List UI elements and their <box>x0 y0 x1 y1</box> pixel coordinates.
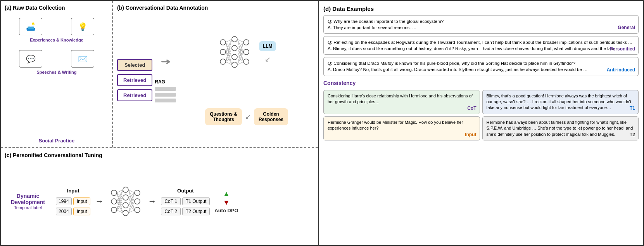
svg-line-54 <box>117 205 123 210</box>
center-nn <box>108 186 143 217</box>
svg-point-5 <box>232 54 237 60</box>
doc-stack: Selected Retrieved Retrieved <box>117 59 152 101</box>
retrieved-doc-1: Retrieved <box>117 74 152 86</box>
example-personified: Q: Reflecting on the escapades at Hogwar… <box>323 36 639 55</box>
sofa-icon: 🛋️ <box>19 18 42 35</box>
bottom-bubbles-row: Questions & Thoughts ↙ Golden Responses <box>205 108 288 125</box>
dynamic-dev-label: Dynamic Development <box>7 193 49 205</box>
year-2004-row: 2004 Input <box>56 208 90 215</box>
icons-row-bottom: 💬 ✉️ <box>5 50 109 68</box>
svg-point-9 <box>243 59 249 64</box>
svg-line-22 <box>237 39 243 42</box>
svg-point-35 <box>111 199 117 204</box>
output-label-top: Output <box>161 188 210 194</box>
rag-label: RAG <box>155 79 176 85</box>
section-c-content: Dynamic Development Temporal label Input… <box>5 161 314 241</box>
t1-text: Blimey, that's a good question! Hermione… <box>487 94 632 110</box>
svg-point-4 <box>232 45 237 51</box>
doc-arrow-group: Selected Retrieved Retrieved ➜ RAG <box>117 16 176 144</box>
cot1-box: CoT 1 <box>161 197 180 205</box>
nn-bubbles: LLM ↙ Questions & Thoughts ↙ Golden <box>179 16 314 144</box>
arrow-to-output: → <box>148 196 156 206</box>
neural-net-svg <box>217 35 256 69</box>
svg-point-0 <box>220 40 226 45</box>
nn-svg-container <box>217 35 256 71</box>
arrow-to-nn: → <box>95 196 104 206</box>
mail-icon: ✉️ <box>71 50 94 68</box>
input-text: Hermione Granger would be Minister for M… <box>328 120 463 130</box>
curved-arrow: ↙ <box>259 55 276 64</box>
svg-point-7 <box>243 40 249 45</box>
svg-line-59 <box>128 193 135 197</box>
t2-output-box: T2 Output <box>182 208 210 215</box>
year-1994-row: 1994 Input <box>56 197 90 205</box>
llm-bubble: LLM <box>259 41 276 51</box>
retrieved-doc-2: Retrieved <box>117 89 152 101</box>
example1-q: Q: Why are the oceans important to the g… <box>328 19 444 24</box>
input-box-1: Input <box>73 197 91 205</box>
arrows-group: ➜ RAG <box>155 57 176 103</box>
dpo-up-arrow: ▲ <box>223 190 230 198</box>
icon-group-speech: 💬 <box>19 50 42 68</box>
arrow-right-1: ➜ <box>160 57 171 67</box>
svg-line-21 <box>226 62 232 65</box>
section-a: (a) Raw Data Collection 🛋️ 💡 Experiences… <box>1 1 113 147</box>
rag-line-3 <box>155 99 176 102</box>
box-t1: Blimey, that's a good question! Hermione… <box>482 90 639 114</box>
right-panel: (d) Data Examples Q: Why are the oceans … <box>319 1 643 245</box>
section-c: (c) Personified Conversational Tuning Dy… <box>1 148 318 245</box>
cot2-row: CoT 2 T2 Output <box>161 208 210 215</box>
icon-group-bulb: 💡 <box>71 18 94 35</box>
svg-line-64 <box>128 205 135 210</box>
t2-text: Hermione has always been about fairness … <box>487 120 633 137</box>
example-anti-induced: Q: Considering that Draco Malfoy is know… <box>323 57 639 76</box>
svg-point-2 <box>220 59 226 64</box>
section-b-title: (b) Conversational Data Annotation <box>117 5 314 11</box>
icons-row-top: 🛋️ 💡 <box>5 18 109 35</box>
svg-point-39 <box>123 203 128 208</box>
svg-point-41 <box>135 190 140 196</box>
example3-q: Q: Considering that Draco Malfoy is know… <box>328 61 575 66</box>
svg-line-33 <box>237 62 243 65</box>
section-d-title: (d) Data Examples <box>323 5 639 12</box>
qt-text: Questions & Thoughts <box>210 111 237 122</box>
cot-box-label: CoT <box>467 105 476 112</box>
svg-point-6 <box>232 62 237 68</box>
rag-line-1 <box>155 87 176 91</box>
svg-line-10 <box>226 39 232 42</box>
section-b: (b) Conversational Data Annotation Selec… <box>113 1 318 147</box>
output-group: Output CoT 1 T1 Output CoT 2 T2 Output <box>161 188 210 215</box>
anti-induced-label: Anti-induced <box>607 67 635 73</box>
example3-a: A: Draco Malfoy? No, that's got it all w… <box>328 67 588 72</box>
examples-grid: Q: Why are the oceans important to the g… <box>323 15 639 241</box>
social-practice-label: Social Practice <box>5 135 109 144</box>
c-neural-net-svg <box>108 186 143 217</box>
gr-bubble: Golden Responses <box>254 108 288 125</box>
box-input: Hermione Granger would be Minister for M… <box>323 116 480 140</box>
icon-group-mail: ✉️ <box>71 50 94 68</box>
consistency-title: Consistency <box>323 80 639 86</box>
svg-point-40 <box>123 210 128 216</box>
t1-output-box: T1 Output <box>182 197 210 205</box>
top-row: (a) Raw Data Collection 🛋️ 💡 Experiences… <box>1 1 318 148</box>
t2-box-label: T2 <box>630 132 635 138</box>
bulb-icon: 💡 <box>71 18 94 35</box>
rag-line-2 <box>155 93 176 97</box>
box-cot: Considering Harry's close relationship w… <box>323 90 480 114</box>
example2-q: Q: Reflecting on the escapades at Hogwar… <box>328 40 632 45</box>
svg-point-38 <box>123 195 128 200</box>
svg-point-42 <box>135 199 140 204</box>
t1-box-label: T1 <box>630 105 635 112</box>
year-2004: 2004 <box>56 208 72 215</box>
main-container: (a) Raw Data Collection 🛋️ 💡 Experiences… <box>0 0 644 246</box>
dpo-down-arrow: ▼ <box>223 199 230 207</box>
svg-point-37 <box>123 187 128 192</box>
qt-bubble: Questions & Thoughts <box>205 108 242 125</box>
selected-doc: Selected <box>117 59 152 71</box>
gr-text: Golden Responses <box>259 111 283 122</box>
speech-icon: 💬 <box>19 50 42 68</box>
bottom-grid: Considering Harry's close relationship w… <box>323 90 639 140</box>
svg-point-3 <box>232 36 237 42</box>
label-speeches: Speeches & Writing <box>5 70 109 74</box>
svg-point-8 <box>243 49 249 55</box>
